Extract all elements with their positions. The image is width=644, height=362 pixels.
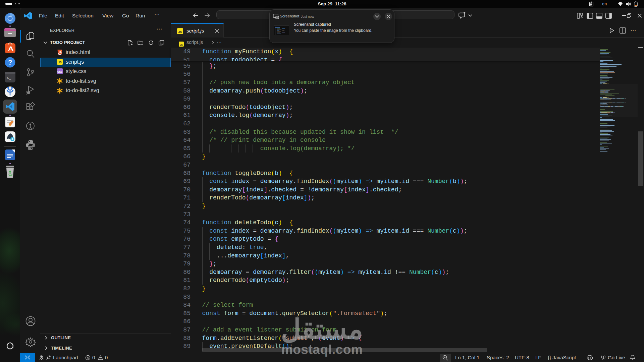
svg-text:JS: JS — [180, 43, 183, 46]
svg-text:JS: JS — [178, 30, 182, 34]
svg-text:CSS: CSS — [57, 70, 62, 73]
svg-text:>_: >_ — [7, 76, 11, 80]
svg-text:?: ? — [8, 59, 12, 66]
svg-text:JS: JS — [58, 61, 62, 64]
